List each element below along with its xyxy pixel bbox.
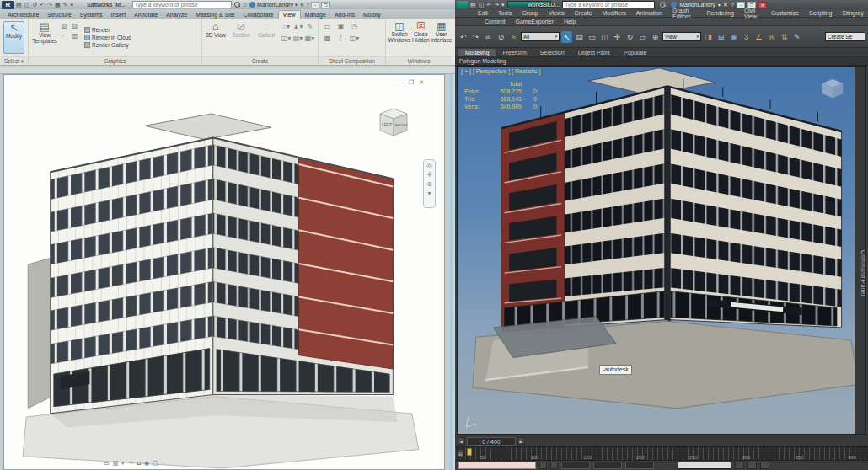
save-icon[interactable]: ◫ <box>479 1 485 8</box>
exchange-apps-icon[interactable]: ✕ <box>723 2 728 8</box>
save-icon[interactable]: ◫ <box>24 1 30 8</box>
help-icon[interactable]: ? <box>306 2 309 8</box>
coordinate-z-field[interactable] <box>625 462 654 469</box>
window-crossing-icon[interactable]: ◫ <box>599 31 610 43</box>
menu-item[interactable]: Group <box>517 10 542 16</box>
curve-editor-icon[interactable]: ✎ <box>791 31 802 43</box>
menu-item[interactable]: Views <box>544 10 569 16</box>
menu-item[interactable]: Edit <box>474 10 492 16</box>
view-close-icon[interactable]: ✕ <box>419 79 424 86</box>
undo-icon[interactable]: ↶ <box>40 1 45 8</box>
panel-sheet-label[interactable]: Sheet Composition <box>319 56 385 65</box>
percent-snap-icon[interactable]: % <box>766 31 777 43</box>
undo-icon[interactable]: ↶ <box>458 31 469 43</box>
user-interface-button[interactable]: ▦ User Interface <box>431 20 452 55</box>
ribbon-tab[interactable]: View <box>278 10 301 19</box>
menu-item[interactable]: Modifiers <box>597 10 630 16</box>
crop-view-icon[interactable]: ▢ <box>153 460 158 467</box>
ribbon-tab[interactable]: Massing & Site <box>191 11 239 19</box>
command-panel-collapsed[interactable]: Command Panel <box>855 67 865 434</box>
previous-frame-button[interactable]: ◀ <box>458 437 465 445</box>
revisions-icon[interactable]: ◷ <box>348 23 361 34</box>
redo-icon[interactable]: ↷ <box>47 1 52 8</box>
select-by-name-icon[interactable]: ▤ <box>574 31 585 43</box>
panel-select-label[interactable]: Select ▾ <box>0 56 28 65</box>
title-block-icon[interactable]: ▣ <box>335 23 347 34</box>
menu-item[interactable]: Stingray <box>838 10 868 16</box>
mirror-icon[interactable]: ◨ <box>703 31 714 43</box>
maxscript-mini-listener[interactable] <box>458 462 536 469</box>
revit-minimize-button[interactable]: ‒ <box>311 2 319 8</box>
ribbon-tab[interactable]: Manage <box>301 11 330 19</box>
select-link-icon[interactable]: ∞ <box>483 31 494 43</box>
ribbon-tab[interactable]: Modify <box>359 11 385 19</box>
zoom-icon[interactable]: ⊕ <box>426 180 432 188</box>
modify-button[interactable]: ↖ Modify <box>3 21 24 54</box>
ribbon-tab[interactable]: Analyze <box>162 11 191 19</box>
polygon-modeling-strip[interactable]: Polygon Modeling <box>455 57 868 66</box>
max-app-button[interactable] <box>457 1 468 9</box>
callout-button[interactable]: ◌ Callout <box>255 20 277 55</box>
revit-titlebar[interactable]: R ▤◫↺↶↷▦✎▾ Saltworks_M... ☆ MarionLandry… <box>0 0 455 9</box>
bind-to-spacewarp-icon[interactable]: ≈ <box>508 31 519 43</box>
help-icon[interactable]: ? <box>731 2 734 8</box>
select-place-icon[interactable]: ⊕ <box>650 31 661 43</box>
key-mode-toggle[interactable]: ⊞ <box>457 449 464 458</box>
redo-icon[interactable]: ↷ <box>494 1 499 8</box>
max-search-input[interactable] <box>562 1 655 8</box>
drafting-view-icon[interactable]: ✎ <box>304 23 315 34</box>
elevation-icon[interactable]: ▲▾ <box>292 23 303 34</box>
favorites-icon[interactable]: ☆ <box>243 2 248 8</box>
user-menu-caret-icon[interactable]: ▾ <box>718 2 721 8</box>
menu-item[interactable]: Content <box>480 19 510 24</box>
angle-snap-icon[interactable]: ∠ <box>753 31 764 43</box>
isolate-selection-icon[interactable] <box>539 462 547 469</box>
ribbon-tab[interactable]: Selection <box>533 49 571 56</box>
reveal-hidden-icon[interactable]: ◌ <box>162 460 165 467</box>
schedules-icon[interactable]: ▦▾ <box>304 35 315 45</box>
command-panel-label[interactable]: Command Panel <box>860 250 866 296</box>
redo-icon[interactable]: ↷ <box>470 31 481 43</box>
ribbon-tab[interactable]: Populate <box>617 49 654 56</box>
menu-item[interactable]: GameExporter <box>512 19 559 24</box>
menu-item[interactable]: Animation <box>632 10 667 16</box>
menu-item[interactable]: Scripting <box>805 10 836 16</box>
modify-pencil-icon[interactable]: ✎ <box>63 1 68 8</box>
pan-icon[interactable]: ✛ <box>426 171 432 179</box>
filters-icon[interactable]: ▨ <box>72 22 81 31</box>
revit-search-input[interactable] <box>132 1 232 8</box>
next-frame-button[interactable]: ▶ <box>517 437 525 445</box>
max-titlebar[interactable]: ▤◫↶↷▾ worksBLD... MarionLandry ▾ ✕ ? ‒ ❐… <box>455 0 868 9</box>
view-restore-icon[interactable]: ❐ <box>409 79 414 86</box>
open-icon[interactable]: ▤ <box>16 1 22 8</box>
duplicate-view-icon[interactable]: ◫▾ <box>281 35 292 45</box>
align-icon[interactable]: ⊞ <box>715 31 726 43</box>
current-frame-indicator[interactable]: 0 / 400 <box>467 437 516 446</box>
ribbon-tab[interactable]: Insert <box>107 11 131 19</box>
panel-windows-label[interactable]: Windows <box>386 56 452 65</box>
key-mode-button[interactable] <box>760 462 769 469</box>
open-icon[interactable]: ▤ <box>470 1 476 8</box>
close-hidden-button[interactable]: ☒ Close Hidden <box>412 20 430 55</box>
detail-level-icon[interactable]: ▥ <box>113 460 119 467</box>
revit-restore-button[interactable]: ❐ <box>321 2 330 8</box>
ribbon-tab[interactable]: Freeform <box>496 49 533 56</box>
revit-3d-viewport[interactable]: ‒ ❐ ✕ <box>3 74 445 470</box>
thin-lines-icon[interactable]: ▫ <box>62 32 71 41</box>
sync-icon[interactable]: ↺ <box>32 1 37 8</box>
selection-filter-dropdown[interactable]: All ▾ <box>521 32 560 41</box>
ribbon-tab[interactable]: Add-Ins <box>330 11 359 19</box>
search-icon[interactable] <box>660 2 666 8</box>
menu-item[interactable]: Help <box>560 19 580 24</box>
print-icon[interactable]: ▦ <box>55 1 61 8</box>
spinner-snap-icon[interactable]: ⇅ <box>779 31 790 43</box>
legends-icon[interactable]: ▤▾ <box>292 35 303 45</box>
unlink-selection-icon[interactable]: ⊘ <box>496 31 506 43</box>
menu-item[interactable]: Customize <box>767 10 803 16</box>
menu-item[interactable]: Rendering <box>703 10 738 16</box>
guide-grid-icon[interactable]: ▩ <box>321 35 334 45</box>
ribbon-tab[interactable]: Structure <box>43 11 75 19</box>
select-rotate-icon[interactable]: ↻ <box>624 31 635 43</box>
select-object-icon[interactable]: ↖ <box>561 31 572 43</box>
signed-in-user[interactable]: MarionLandry <box>257 2 293 8</box>
